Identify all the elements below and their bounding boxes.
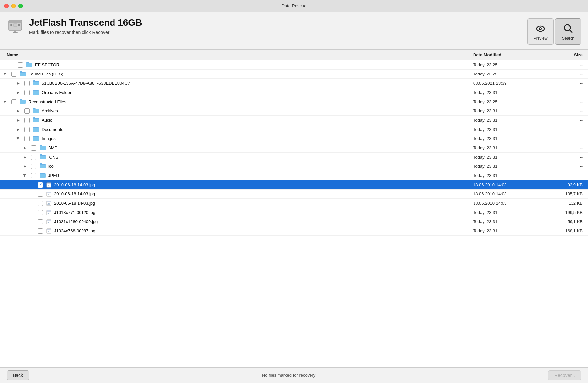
- file-checkbox[interactable]: [31, 164, 36, 169]
- file-checkbox[interactable]: [24, 127, 30, 132]
- list-item[interactable]: ▶ EFISECTORToday, 23:25--: [0, 60, 588, 70]
- list-item[interactable]: ▶ icoToday, 23:31--: [0, 162, 588, 171]
- file-date: Today, 23:25: [469, 99, 548, 104]
- chevron-icon[interactable]: ▶: [16, 136, 21, 141]
- file-name: Found Files (HFS): [28, 72, 63, 76]
- list-item[interactable]: ▶ ArchivesToday, 23:31--: [0, 106, 588, 116]
- folder-icon: [20, 71, 26, 77]
- list-item[interactable]: ▶ JPG 2010-06-18 14-03.jpg18.06.2010 14:…: [0, 199, 588, 208]
- file-icon: JPG: [46, 201, 51, 206]
- file-checkbox[interactable]: [38, 228, 43, 234]
- svg-rect-16: [47, 192, 51, 193]
- file-size: --: [548, 90, 588, 95]
- list-item[interactable]: ▶ JPG 2010-06-18 14-03.jpg18.06.2010 14:…: [0, 180, 588, 190]
- file-date: Today, 23:31: [469, 155, 548, 160]
- list-item[interactable]: ▶ DocumentsToday, 23:31--: [0, 125, 588, 134]
- list-item[interactable]: ▶ Reconstructed FilesToday, 23:25--: [0, 97, 588, 106]
- file-checkbox[interactable]: [38, 182, 43, 188]
- file-row-name: ▶ Archives: [0, 108, 469, 114]
- file-size: 59,1 KB: [548, 219, 588, 224]
- back-button[interactable]: Back: [7, 370, 29, 380]
- list-item[interactable]: ▶ BMPToday, 23:31--: [0, 143, 588, 153]
- chevron-icon[interactable]: ▶: [16, 81, 21, 86]
- file-checkbox[interactable]: [24, 118, 30, 123]
- list-item[interactable]: ▶ JPG J1018x771-00120.jpgToday, 23:31199…: [0, 208, 588, 217]
- file-checkbox[interactable]: [38, 192, 43, 197]
- list-item[interactable]: ▶ Found Files (HFS)Today, 23:25--: [0, 70, 588, 79]
- svg-text:JPG: JPG: [47, 203, 50, 205]
- file-row-name: ▶ JPG J1021x1280-00409.jpg: [0, 219, 469, 224]
- file-checkbox[interactable]: [24, 90, 30, 95]
- file-checkbox[interactable]: [24, 81, 30, 86]
- header-subtitle: Mark files to recover,then click Recover…: [29, 30, 142, 35]
- file-size: --: [548, 72, 588, 76]
- chevron-icon[interactable]: ▶: [22, 145, 28, 151]
- file-checkbox[interactable]: [11, 99, 16, 104]
- file-row-name: ▶ EFISECTOR: [0, 62, 469, 68]
- file-size: --: [548, 145, 588, 150]
- list-item[interactable]: ▶ ICNSToday, 23:31--: [0, 153, 588, 162]
- chevron-icon[interactable]: ▶: [16, 108, 21, 114]
- file-row-name: ▶ Orphans Folder: [0, 89, 469, 96]
- file-checkbox[interactable]: [11, 72, 16, 77]
- file-row-name: ▶ 51CB8B06-136A-47D8-A88F-638EDBE804C7: [0, 80, 469, 86]
- list-item[interactable]: ▶ AudioToday, 23:31--: [0, 116, 588, 125]
- list-item[interactable]: ▶ JPEGToday, 23:31--: [0, 171, 588, 180]
- list-item[interactable]: ▶ JPG J1024x768-00087.jpgToday, 23:31168…: [0, 226, 588, 236]
- svg-text:JPG: JPG: [47, 221, 50, 223]
- search-button[interactable]: Search: [555, 18, 581, 45]
- file-checkbox[interactable]: [24, 108, 30, 114]
- recover-button[interactable]: Recover...: [548, 370, 581, 380]
- chevron-icon[interactable]: ▶: [3, 99, 8, 104]
- col-date-header[interactable]: Date Modified: [469, 50, 548, 60]
- file-date: Today, 23:31: [469, 118, 548, 123]
- fullscreen-button[interactable]: [18, 4, 23, 8]
- folder-icon: [33, 126, 39, 133]
- col-name-header[interactable]: Name: [0, 50, 469, 60]
- chevron-icon[interactable]: ▶: [16, 118, 21, 123]
- chevron-icon[interactable]: ▶: [22, 155, 28, 160]
- col-size-header[interactable]: Size: [548, 50, 588, 60]
- chevron-icon[interactable]: ▶: [3, 72, 8, 77]
- file-size: --: [548, 155, 588, 160]
- file-name: EFISECTOR: [35, 62, 59, 67]
- chevron-icon[interactable]: ▶: [16, 90, 21, 95]
- file-checkbox[interactable]: [38, 219, 43, 224]
- file-name: 2010-06-18 14-03.jpg: [54, 201, 95, 206]
- file-size: --: [548, 173, 588, 178]
- file-checkbox[interactable]: [31, 173, 36, 178]
- file-checkbox[interactable]: [38, 210, 43, 215]
- file-list[interactable]: ▶ EFISECTORToday, 23:25--▶ Found Files (…: [0, 60, 588, 367]
- file-size: 112 KB: [548, 201, 588, 206]
- minimize-button[interactable]: [11, 4, 16, 8]
- file-row-name: ▶ JPG 2010-06-18 14-03.jpg: [0, 192, 469, 197]
- list-item[interactable]: ▶ JPG 2010-06-18 14-03.jpg18.06.2010 14:…: [0, 190, 588, 199]
- file-date: 18.06.2010 14:03: [469, 182, 548, 187]
- chevron-icon[interactable]: ▶: [16, 127, 21, 132]
- list-item[interactable]: ▶ 51CB8B06-136A-47D8-A88F-638EDBE804C708…: [0, 79, 588, 88]
- close-button[interactable]: [4, 4, 9, 8]
- file-size: --: [548, 127, 588, 132]
- list-item[interactable]: ▶ ImagesToday, 23:31--: [0, 134, 588, 143]
- header-left: JetFlash Transcend 16GB Mark files to re…: [7, 17, 142, 35]
- svg-rect-28: [47, 229, 51, 230]
- file-size: --: [548, 108, 588, 113]
- file-icon: JPG: [46, 219, 51, 224]
- file-date: Today, 23:31: [469, 127, 548, 132]
- file-checkbox[interactable]: [18, 62, 23, 68]
- folder-icon: [40, 154, 46, 160]
- list-item[interactable]: ▶ Orphans FolderToday, 23:31--: [0, 88, 588, 97]
- file-checkbox[interactable]: [38, 201, 43, 206]
- file-date: Today, 23:25: [469, 72, 548, 76]
- file-checkbox[interactable]: [31, 155, 36, 160]
- preview-button[interactable]: Preview: [527, 18, 554, 45]
- file-checkbox[interactable]: [24, 136, 30, 141]
- file-icon: JPG: [46, 228, 51, 234]
- file-checkbox[interactable]: [31, 145, 36, 151]
- svg-rect-13: [47, 183, 51, 184]
- chevron-icon[interactable]: ▶: [22, 164, 28, 169]
- chevron-icon[interactable]: ▶: [22, 173, 28, 178]
- file-row-name: ▶ JPG 2010-06-18 14-03.jpg: [0, 182, 469, 188]
- list-item[interactable]: ▶ JPG J1021x1280-00409.jpgToday, 23:3159…: [0, 217, 588, 226]
- file-row-name: ▶ JPG J1018x771-00120.jpg: [0, 210, 469, 215]
